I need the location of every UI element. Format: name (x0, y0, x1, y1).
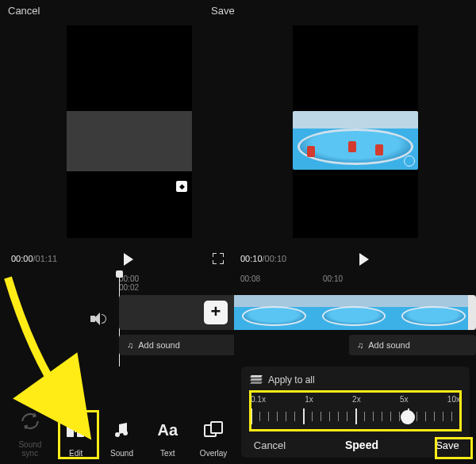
time-readout-right: 00:10/00:10 (240, 254, 286, 263)
video-clip-track-right[interactable] (234, 295, 476, 330)
music-note-icon: ♫ (357, 340, 363, 350)
speed-scale-labels: 0.1x 1x 2x 5x 10x (251, 395, 460, 404)
overlay-icon (199, 416, 228, 444)
layers-icon (251, 375, 262, 385)
speed-panel: Apply to all 0.1x 1x 2x 5x 10x Cancel Sp… (241, 366, 470, 458)
preview-frame-content (293, 111, 418, 170)
add-clip-button[interactable]: + (204, 301, 228, 324)
svg-rect-1 (77, 423, 84, 437)
speaker-icon[interactable] (90, 313, 105, 325)
video-preview-right[interactable] (293, 25, 418, 238)
tool-overlay[interactable]: Overlay (193, 416, 234, 458)
left-pane: ◆ 00:00/01:11 00:0000:02 + ♫Add sound So… (0, 0, 234, 464)
svg-rect-2 (75, 428, 76, 432)
svg-point-4 (123, 431, 128, 435)
speed-panel-title: Speed (298, 439, 425, 451)
play-icon[interactable] (359, 253, 369, 266)
tool-text[interactable]: Aa Text (147, 416, 188, 458)
video-clip-track-left[interactable]: + (119, 295, 234, 330)
bottom-toolbar: Sound sync Edit Sound Aa Text Overlay (0, 399, 234, 458)
roblox-logo-icon: ◆ (176, 181, 187, 192)
edit-icon (62, 416, 90, 444)
play-icon[interactable] (124, 253, 133, 266)
video-preview-left[interactable]: ◆ (67, 25, 192, 238)
sound-icon (107, 416, 136, 444)
svg-rect-0 (67, 423, 74, 437)
timeline-left: + ♫Add sound (0, 289, 234, 364)
tool-sound[interactable]: Sound (102, 416, 143, 458)
add-sound-button-left[interactable]: ♫Add sound (119, 335, 234, 355)
timeline-right: ♫Add sound (234, 289, 476, 364)
time-readout-left: 00:00/01:11 (11, 254, 57, 263)
clip-trim-handle-right[interactable] (468, 295, 476, 330)
clip-thumbnail (234, 295, 314, 330)
clip-thumbnail (393, 295, 474, 330)
fullscreen-icon[interactable] (213, 253, 224, 264)
preview-frame-content: ◆ (67, 111, 192, 171)
sync-icon (16, 407, 44, 435)
speed-save-button[interactable]: Save (425, 439, 470, 451)
timeline-ruler-right: 00:0800:10 (240, 274, 405, 283)
add-sound-button-right[interactable]: ♫Add sound (349, 335, 476, 355)
tool-edit[interactable]: Edit (56, 416, 97, 458)
svg-point-3 (115, 432, 120, 437)
music-note-icon: ♫ (127, 340, 133, 350)
svg-rect-6 (211, 422, 222, 433)
speed-slider-knob[interactable] (401, 410, 415, 424)
speed-slider[interactable]: 0.1x 1x 2x 5x 10x (251, 395, 460, 435)
text-icon: Aa (153, 416, 182, 444)
speed-ticks (251, 407, 460, 429)
apply-to-all-toggle[interactable]: Apply to all (251, 374, 315, 385)
speed-cancel-button[interactable]: Cancel (241, 439, 298, 451)
tool-sound-sync[interactable]: Sound sync (10, 407, 51, 458)
clip-thumbnail (314, 295, 394, 330)
